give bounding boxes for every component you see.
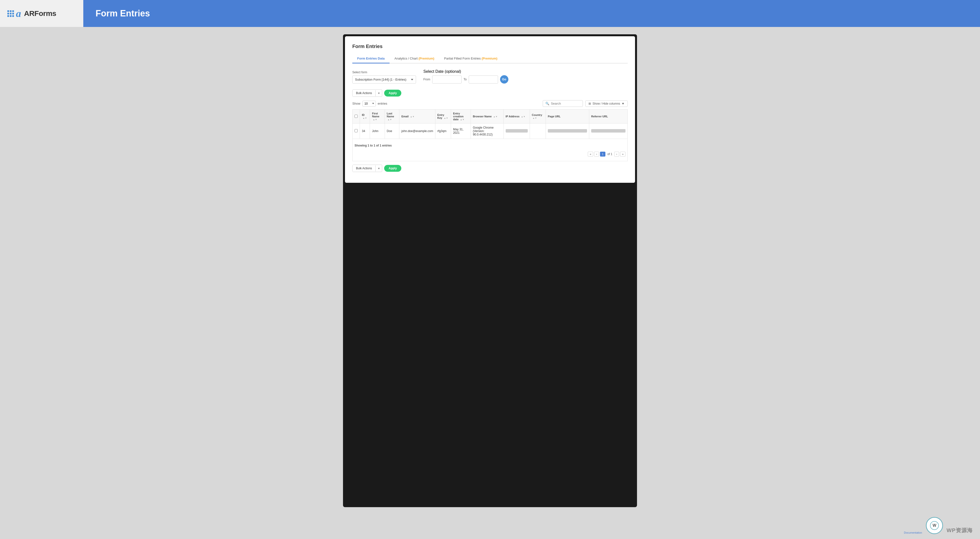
td-entry-creation-date: May 31, 2021 [451, 124, 471, 139]
country-sort-icon: ▲▼ [533, 117, 537, 119]
show-hide-chevron: ▼ [622, 102, 625, 105]
page-title: Form Entries [352, 44, 628, 49]
table-controls: Show 10 25 50 100 entries 🔍 ⊞ [352, 100, 628, 107]
th-browser-name[interactable]: Browser Name ▲▼ [471, 110, 503, 124]
th-entry-key[interactable]: Entry Key ▲▼ [435, 110, 451, 124]
inner-card: Form Entries Form Entries Data Analytics… [345, 36, 635, 183]
bulk-actions-select-bottom: Bulk Actions ▼ [352, 165, 382, 172]
entries-count-select[interactable]: 10 25 50 100 [362, 101, 376, 107]
tabs-bar: Form Entries Data Analytics / Chart (Pre… [352, 54, 628, 64]
ip-blurred [506, 129, 528, 132]
table-row: 34 John Doe john.doe@example.com rfg3qm [353, 124, 628, 139]
analytics-premium-label: (Premium) [418, 57, 434, 60]
th-country[interactable]: Country ▲▼ [530, 110, 546, 124]
td-ip-address [503, 124, 530, 139]
th-id[interactable]: ID ▲▼ [360, 110, 370, 124]
select-form-dropdown[interactable]: Subscription Form [144] (1 - Entries) [352, 75, 416, 84]
row-checkbox[interactable] [355, 129, 358, 132]
show-entries: Show 10 25 50 100 entries [352, 101, 387, 107]
table-header: ID ▲▼ First Name ▲▼ Last Name ▲▼ Email [353, 110, 628, 124]
bulk-actions-arrow-bottom[interactable]: ▼ [375, 165, 382, 172]
pagination-first[interactable]: « [588, 152, 593, 157]
data-table: ID ▲▼ First Name ▲▼ Last Name ▲▼ Email [352, 109, 628, 161]
th-email[interactable]: Email ▲▼ [399, 110, 435, 124]
documentation-link[interactable]: Documentation [904, 531, 922, 534]
to-date-input[interactable] [469, 75, 498, 84]
pagination-current[interactable]: 1 [600, 152, 605, 157]
logo-dot [7, 10, 9, 12]
from-label: From [423, 78, 430, 81]
bulk-actions-select-top: Bulk Actions ▼ [352, 89, 382, 97]
logo-dot [10, 13, 11, 14]
logo-a-letter: a [16, 8, 21, 19]
page-url-blurred [548, 129, 587, 132]
th-referrer-url: Referrer URL [589, 110, 627, 124]
entries-info-row: Showing 1 to 1 of 1 entries « ‹ 1 of 1 ›… [353, 139, 628, 161]
entries-info-text: Showing 1 to 1 of 1 entries [355, 142, 625, 150]
td-id: 34 [360, 124, 370, 139]
svg-text:W: W [932, 523, 936, 528]
logo-grid [7, 10, 14, 17]
th-ip-address[interactable]: IP Address ▲▼ [503, 110, 530, 124]
logo-text: ARForms [24, 9, 56, 17]
logo-dot [12, 15, 14, 17]
pagination-next[interactable]: › [614, 152, 619, 157]
th-first-name[interactable]: First Name ▲▼ [370, 110, 385, 124]
creation-date-sort-icon: ▲▼ [460, 118, 465, 121]
pagination-prev[interactable]: ‹ [594, 152, 599, 157]
apply-button-bottom[interactable]: Apply [384, 165, 401, 172]
th-entry-creation-date[interactable]: Entry creation date ▲▼ [451, 110, 471, 124]
date-group: Select Date (optional) From To Go [423, 69, 508, 84]
pagination-last[interactable]: » [620, 152, 625, 157]
tab-entries-data[interactable]: Form Entries Data [352, 54, 390, 64]
browser-sort-icon: ▲▼ [493, 115, 498, 118]
search-input[interactable] [551, 102, 580, 105]
th-checkbox [353, 110, 360, 124]
entries-info-cell: Showing 1 to 1 of 1 entries « ‹ 1 of 1 ›… [353, 139, 628, 161]
logo-dot [10, 10, 11, 12]
select-date-label: Select Date (optional) [423, 69, 508, 74]
show-hide-columns-button[interactable]: ⊞ Show / Hide columns ▼ [585, 100, 628, 107]
partial-premium-label: (Premium) [482, 57, 497, 60]
tab-analytics[interactable]: Analytics / Chart (Premium) [390, 54, 439, 64]
search-box: 🔍 [542, 100, 583, 107]
td-country [530, 124, 546, 139]
td-page-url [546, 124, 589, 139]
tab-partial[interactable]: Partial Filled Form Entries (Premium) [439, 54, 502, 64]
entries-label: entries [378, 102, 387, 105]
table-header-row: ID ▲▼ First Name ▲▼ Last Name ▲▼ Email [353, 110, 628, 124]
logo-dot [12, 10, 14, 12]
logo-dot [12, 13, 14, 14]
entry-key-sort-icon: ▲▼ [444, 117, 448, 119]
wordpress-logo: W [926, 517, 943, 534]
header-title-bar: Form Entries [83, 0, 980, 27]
select-form-group: Select form Subscription Form [144] (1 -… [352, 70, 416, 84]
select-all-checkbox[interactable] [355, 114, 358, 118]
td-browser-name: Google Chrome (Version: 90.0.4430.212) [471, 124, 503, 139]
th-page-url: Page URL [546, 110, 589, 124]
bulk-actions-label-top: Bulk Actions [353, 90, 375, 97]
footer-area: Documentation W WP资源海 [0, 515, 980, 539]
bulk-actions-bottom: Bulk Actions ▼ Apply [352, 165, 628, 172]
ip-sort-icon: ▲▼ [521, 115, 525, 118]
to-label: To [463, 78, 467, 81]
header: a ARForms Form Entries [0, 0, 980, 27]
bulk-actions-arrow-top[interactable]: ▼ [375, 90, 382, 96]
columns-icon: ⊞ [589, 102, 591, 105]
pagination-of-label: of 1 [607, 153, 612, 156]
referrer-url-blurred [591, 129, 625, 132]
th-last-name[interactable]: Last Name ▲▼ [385, 110, 399, 124]
logo-dot [10, 15, 11, 17]
bulk-actions-label-bottom: Bulk Actions [353, 165, 375, 172]
email-sort-icon: ▲▼ [410, 115, 415, 118]
apply-button-top[interactable]: Apply [384, 90, 401, 97]
bulk-actions-top: Bulk Actions ▼ Apply [352, 89, 628, 97]
td-entry-key: rfg3qm [435, 124, 451, 139]
from-date-input[interactable] [432, 75, 461, 84]
td-first-name: John [370, 124, 385, 139]
search-icon: 🔍 [546, 102, 549, 105]
pagination-bar: « ‹ 1 of 1 › » [355, 150, 625, 159]
go-button[interactable]: Go [500, 75, 508, 84]
table-body: 34 John Doe john.doe@example.com rfg3qm [353, 124, 628, 139]
show-hide-label: Show / Hide columns [592, 102, 620, 105]
